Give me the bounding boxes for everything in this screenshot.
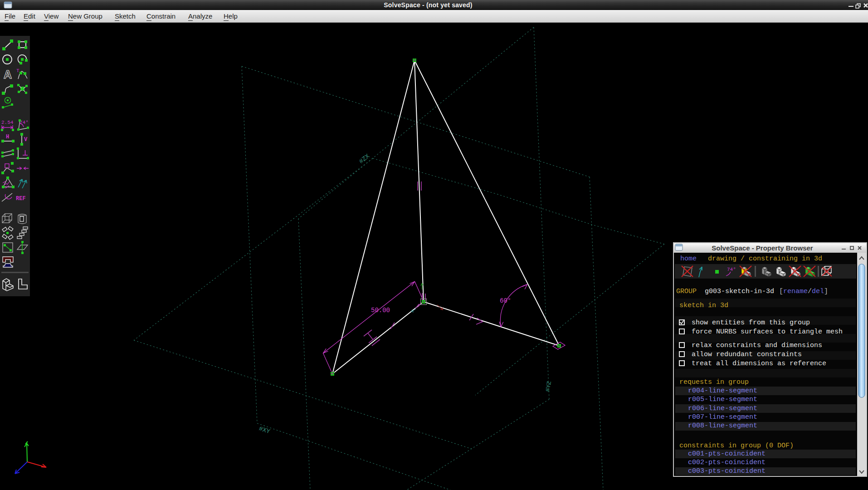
svg-text:A: A — [4, 68, 12, 81]
svg-text:T: T — [16, 68, 20, 74]
svg-text:#XY: #XY — [258, 425, 271, 436]
svg-text:60°: 60° — [500, 297, 511, 304]
svg-text:V: V — [24, 137, 28, 143]
svg-text:2.54: 2.54 — [1, 120, 14, 125]
svg-text:REF: REF — [16, 196, 26, 202]
svg-text:#YZ: #YZ — [544, 381, 553, 392]
svg-text:H: H — [6, 134, 9, 140]
svg-text:50.00: 50.00 — [371, 307, 390, 314]
svg-text:74°: 74° — [727, 267, 736, 272]
svg-text:#ZX: #ZX — [357, 152, 371, 165]
